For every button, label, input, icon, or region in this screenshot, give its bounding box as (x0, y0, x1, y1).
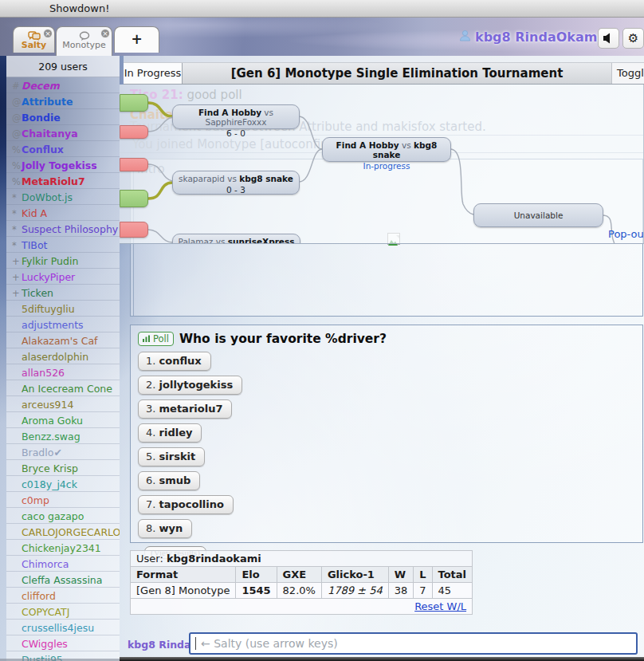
bracket-match-node[interactable]: Find A Hobby vs kbg8 snake In-progress (322, 137, 451, 162)
bar-chart-icon (142, 335, 151, 343)
reset-wl-link[interactable]: Reset W/L (414, 600, 466, 612)
userlist-row[interactable]: adjustments (6, 317, 120, 332)
userlist-row[interactable]: CARLOJORGECARLO (6, 524, 120, 540)
poll-option-button[interactable]: 2. jollytogekiss (138, 376, 242, 395)
username: crussellis4jesu (22, 622, 94, 634)
match-player1: Find A Hobby (336, 140, 399, 150)
stats-wins: 38 (388, 583, 414, 599)
userlist-row[interactable]: CWiggles (6, 635, 120, 651)
userlist-row[interactable]: Bradlo✔ (6, 444, 120, 460)
bracket-unavailable-node: Unavailable (473, 203, 603, 227)
username: Jolly Togekiss (22, 159, 97, 171)
user-rank: * (12, 207, 22, 221)
bracket-seed-loss (120, 125, 148, 139)
chat-input[interactable] (189, 632, 638, 655)
stats-gxe: 82.0% (277, 583, 321, 599)
current-username: kbg8 RindaOkami (475, 30, 602, 45)
userlist-row[interactable]: *Suspect Philosophy (6, 221, 120, 237)
userlist-row[interactable]: c018y_j4ck (6, 476, 120, 492)
tournament-bar: In Progress [Gen 6] Monotype Single Elim… (124, 62, 644, 85)
username: MetaRiolu7 (22, 175, 85, 187)
settings-button[interactable]: ⚙ (622, 28, 644, 49)
userlist-row[interactable]: %Conflux (6, 141, 120, 157)
stats-user-cell: User: kbg8rindaokami (131, 551, 473, 567)
poll-option-button[interactable]: 1. conflux (138, 352, 211, 371)
userlist-row[interactable]: +LuckyPiper (6, 269, 120, 285)
username: caco gazapo (22, 510, 84, 522)
user-icon (459, 30, 471, 45)
stats-username: kbg8rindaokami (167, 553, 261, 565)
userlist-row[interactable]: +Ticken (6, 285, 120, 301)
vs-label: vs (227, 174, 237, 183)
username: Kid A (22, 207, 47, 219)
username: Conflux (22, 144, 64, 155)
username: Chickenjay2341 (22, 542, 101, 554)
bracket-match-node[interactable]: Find A Hobby vs SapphireFoxxx 6 - 0 (172, 104, 300, 129)
userlist-row[interactable]: *Kid A (6, 205, 120, 221)
poll-header: Poll Who is your favorite %driver? (138, 332, 642, 346)
userlist-row[interactable]: Benzz.swag (6, 428, 120, 444)
poll-option-button[interactable]: 6. smub (138, 471, 200, 490)
userlist-row[interactable]: Chickenjay2341 (6, 540, 120, 556)
userlist-row[interactable]: allan526 (6, 364, 120, 380)
user-rank: + (12, 286, 22, 301)
close-icon[interactable]: × (100, 29, 110, 38)
window-title: Showdown! (49, 2, 109, 14)
user-rank: @ (12, 111, 22, 125)
username: adjustments (22, 319, 84, 331)
popout-link[interactable]: Pop-out (608, 228, 644, 240)
userlist-row[interactable]: *DoWbot.js (6, 189, 120, 205)
poll-option-button[interactable]: 4. ridley (138, 423, 202, 443)
user-rank: * (12, 238, 22, 253)
poll-option-button[interactable]: 8. wyn (138, 519, 192, 538)
poll-option-button[interactable]: 7. tapocollino (138, 495, 234, 514)
userlist-row[interactable]: Aroma Goku (6, 412, 120, 428)
userlist-row[interactable]: %Jolly Togekiss (6, 157, 120, 173)
userlist-row[interactable]: crussellis4jesu (6, 620, 120, 635)
userlist-row[interactable]: %MetaRiolu7 (6, 173, 120, 189)
username: Cleffa Assassina (22, 574, 102, 586)
userlist-row[interactable]: arceus914 (6, 396, 120, 412)
username: clifford (22, 590, 56, 602)
userlist-row[interactable]: *TIBot (6, 237, 120, 253)
userlist-count[interactable]: 209 users (6, 56, 120, 77)
poll-option-button[interactable]: 3. metariolu7 (138, 399, 232, 419)
chat-room-monotype: In Progress [Gen 6] Monotype Single Elim… (120, 56, 644, 661)
username: allan526 (22, 367, 65, 379)
username: Fylkir Pudin (22, 255, 78, 267)
close-icon[interactable]: × (43, 29, 53, 38)
userlist-row[interactable]: An Icecream Cone (6, 380, 120, 396)
userlist-row[interactable]: @Attribute (6, 93, 120, 109)
bracket-match-node[interactable]: skaparapid vs kbg8 snake 0 - 3 (172, 171, 300, 195)
sound-button[interactable] (598, 28, 619, 49)
bracket-match-node[interactable]: Palamaz vs sunriseXpress (172, 234, 300, 244)
poll-option-button[interactable]: 5. sirskit (138, 447, 205, 466)
userlist-row[interactable]: +Fylkir Pudin (6, 253, 120, 269)
match-player1: Palamaz (179, 237, 214, 244)
username: COPYCATJ (22, 606, 69, 618)
userlist-row[interactable]: caco gazapo (6, 508, 120, 524)
speaker-icon (603, 33, 615, 44)
gear-icon: ⚙ (628, 31, 638, 45)
userlist-row[interactable]: alaserdolphin (6, 348, 120, 364)
userlist-row[interactable]: Cleffa Assassina (6, 572, 120, 588)
chat-bubbles-icon (28, 30, 41, 40)
userlist-row[interactable]: Alakazam's Caf (6, 332, 120, 348)
stats-header-row: FormatEloGXEGlicko-1WLTotal (131, 567, 473, 583)
userlist-row[interactable]: #Decem (6, 77, 120, 93)
tab-monotype[interactable]: Monotype × (56, 26, 112, 56)
current-user[interactable]: kbg8 RindaOkami (459, 27, 602, 46)
tournament-toggle-button[interactable]: Toggle (611, 63, 644, 84)
new-tab-button[interactable]: + (114, 26, 159, 53)
tab-salty[interactable]: Salty × (13, 26, 55, 53)
userlist-row[interactable]: c0mp (6, 492, 120, 508)
userlist-row[interactable]: clifford (6, 588, 120, 604)
userlist-row[interactable]: 5diftuygliu (6, 301, 120, 317)
userlist-row[interactable]: @Bondie (6, 109, 120, 125)
userlist-row[interactable]: COPYCATJ (6, 604, 120, 620)
userlist-row[interactable]: @Chaitanya (6, 125, 120, 141)
userlist-row[interactable]: Bryce Krisp (6, 460, 120, 476)
username: Bradlo✔ (22, 447, 62, 458)
stats-column-header: Glicko-1 (321, 567, 388, 583)
userlist-row[interactable]: Chimorca (6, 556, 120, 572)
